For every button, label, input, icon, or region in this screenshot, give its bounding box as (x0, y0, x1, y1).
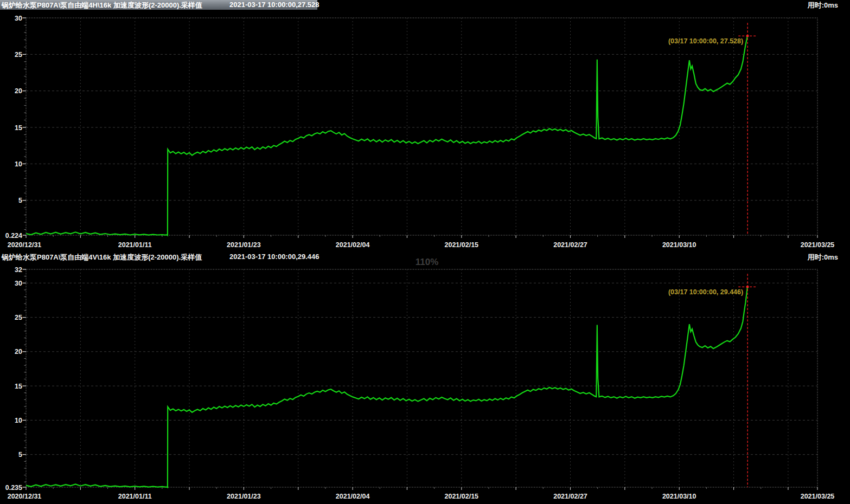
x-axis-tick-label: 2021/02/27 (553, 241, 587, 249)
y-axis-tick-label: 5 (18, 451, 22, 458)
y-axis-tick-label: 25 (15, 314, 22, 321)
trend-series-line (26, 287, 747, 487)
trend-series-line (26, 36, 747, 235)
x-axis-tick-label: 2021/02/04 (336, 241, 370, 249)
x-axis-tick-label: 2021/02/15 (445, 493, 479, 500)
chart2-cursor-readout: 2021-03-17 10:00:00,29.446 (229, 253, 319, 261)
x-axis-tick-label: 2021/03/10 (662, 493, 696, 500)
cursor-annotation-label: (03/17 10:00:00, 29.446) (668, 288, 743, 296)
x-axis-tick-label: 2021/03/10 (662, 241, 696, 249)
chart1-header: 锅炉给水泵P807A\泵自由端4H\16k 加速度波形(2-20000).采样值… (0, 0, 850, 10)
y-axis-tick-label: 5 (18, 197, 22, 204)
x-axis-tick-label: 2021/02/27 (553, 493, 587, 500)
cursor-point-marker (746, 35, 749, 37)
x-axis-tick-label: 2020/12/31 (8, 241, 42, 249)
x-axis-tick-label: 2021/03/25 (801, 241, 835, 249)
chart2-elapsed-time: 用时:0ms (808, 253, 838, 262)
y-axis-tick-label: 30 (15, 15, 22, 22)
vibration-trend-window: 锅炉给水泵P807A\泵自由端4H\16k 加速度波形(2-20000).采样值… (0, 0, 850, 504)
y-axis-tick-label: 15 (15, 124, 22, 132)
chart1-title: 锅炉给水泵P807A\泵自由端4H\16k 加速度波形(2-20000).采样值 (2, 1, 202, 10)
x-axis-tick-label: 2021/03/25 (801, 493, 835, 500)
chart1-cursor-readout: 2021-03-17 10:00:00,27.528 (229, 1, 319, 9)
x-axis-tick-label: 2021/02/15 (445, 241, 479, 249)
trend-chart-4v[interactable]: 32302520151050.2352020/12/312021/01/1120… (0, 264, 850, 504)
y-axis-tick-label: 0.224 (5, 232, 22, 240)
trend-chart-4h[interactable]: 302520151050.2242020/12/312021/01/112021… (0, 13, 850, 252)
x-axis-tick-label: 2021/01/11 (118, 241, 152, 249)
cursor-point-marker (746, 286, 749, 288)
y-axis-tick-label: 25 (15, 51, 22, 59)
y-axis-tick-label: 32 (15, 266, 22, 274)
chart1-elapsed-time: 用时:0ms (808, 1, 838, 10)
y-axis-tick-label: 20 (15, 348, 22, 356)
y-axis-tick-label: 10 (15, 417, 22, 424)
y-axis-tick-label: 15 (15, 383, 22, 390)
y-axis-tick-label: 20 (15, 87, 22, 95)
plot-border (26, 18, 817, 235)
cursor-annotation-label: (03/17 10:00:00, 27.528) (668, 37, 743, 45)
y-axis-tick-label: 0.235 (5, 484, 22, 492)
y-axis-tick-label: 30 (15, 280, 22, 287)
x-axis-tick-label: 2021/02/04 (336, 493, 370, 500)
x-axis-tick-label: 2020/12/31 (8, 493, 42, 500)
chart2-title: 锅炉给水泵P807A\泵自由端4V\16k 加速度波形(2-20000).采样值 (2, 253, 202, 262)
x-axis-tick-label: 2021/01/23 (227, 241, 261, 249)
x-axis-tick-label: 2021/01/11 (118, 493, 152, 500)
chart1-caption-bar[interactable]: 锅炉给水泵P807A\泵自由端4H\16k 加速度波形(2-20000).采样值… (0, 0, 317, 10)
y-axis-tick-label: 10 (15, 160, 22, 168)
x-axis-tick-label: 2021/01/23 (227, 493, 261, 500)
